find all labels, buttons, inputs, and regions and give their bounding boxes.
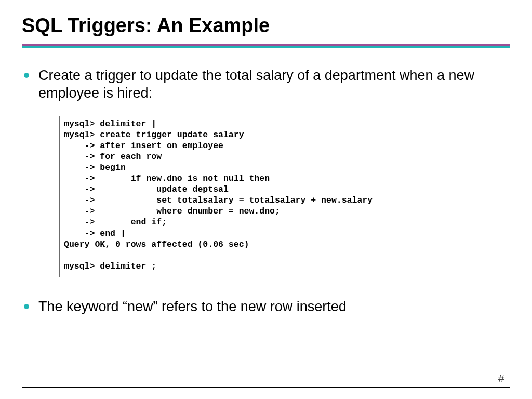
bullet-item: The keyword “new” refers to the new row … <box>24 298 510 316</box>
title-rule <box>22 44 510 48</box>
slide-title: SQL Triggers: An Example <box>22 15 510 37</box>
bullet-text: Create a trigger to update the total sal… <box>38 67 510 102</box>
code-text: mysql> delimiter | mysql> create trigger… <box>64 118 429 272</box>
page-number: # <box>498 372 504 385</box>
slide-body: Create a trigger to update the total sal… <box>22 67 510 316</box>
bullet-list-2: The keyword “new” refers to the new row … <box>24 298 510 316</box>
bullet-text: The keyword “new” refers to the new row … <box>38 298 347 316</box>
bullet-dot-icon <box>24 73 29 78</box>
bullet-dot-icon <box>24 304 29 309</box>
bullet-list: Create a trigger to update the total sal… <box>24 67 510 102</box>
footer: # <box>22 370 510 388</box>
slide: SQL Triggers: An Example Create a trigge… <box>0 0 532 399</box>
bullet-item: Create a trigger to update the total sal… <box>24 67 510 102</box>
code-block: mysql> delimiter | mysql> create trigger… <box>59 116 433 278</box>
rule-teal <box>22 46 510 48</box>
